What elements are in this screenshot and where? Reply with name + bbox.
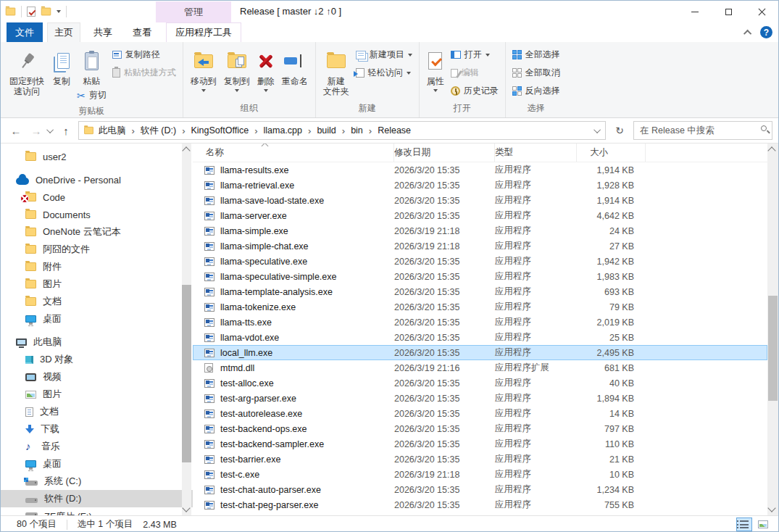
search-input[interactable] [633, 121, 772, 140]
column-header-name[interactable]: 名称 [193, 144, 394, 162]
sidebar-item[interactable]: 文档 [1, 293, 193, 310]
cut-button[interactable]: 剪切 [75, 88, 109, 103]
table-row[interactable]: llama-speculative.exe 2026/3/20 15:35 应用… [193, 254, 767, 269]
select-none-button[interactable]: 全部取消 [510, 65, 562, 80]
breadcrumb-segment[interactable]: KingSoftOffice › [188, 124, 261, 137]
tab-application-tools[interactable]: 应用程序工具 [166, 22, 241, 42]
copy-button[interactable]: 复制 [50, 46, 73, 88]
sidebar-item[interactable]: 阿囧的文件 [1, 241, 193, 258]
edit-button[interactable]: 编辑 [449, 65, 501, 80]
easy-access-button[interactable]: 轻松访问 [354, 65, 415, 80]
sidebar-item[interactable]: 桌面 [1, 310, 193, 328]
properties-check-icon[interactable] [27, 7, 36, 17]
sidebar-item[interactable]: Documents [1, 206, 193, 223]
table-row[interactable]: test-chat-peg-parser.exe 2026/3/20 15:35… [193, 497, 767, 512]
thumbnail-view-button[interactable] [755, 518, 771, 531]
sidebar-item[interactable]: 软件 (D:) [1, 490, 193, 507]
breadcrumb-segment[interactable]: 软件 (D:) › [138, 123, 188, 138]
table-row[interactable]: test-autorelease.exe 2026/3/20 15:35 应用程… [193, 406, 767, 421]
table-row[interactable]: llama-server.exe 2026/3/20 15:35 应用程序 4,… [193, 208, 767, 223]
move-to-button[interactable]: 移动到 [188, 46, 220, 93]
table-row[interactable]: llama-simple-chat.exe 2026/3/19 21:18 应用… [193, 238, 767, 254]
forward-button[interactable]: → [28, 125, 44, 137]
table-row[interactable]: llama-simple.exe 2026/3/19 21:18 应用程序 24… [193, 223, 767, 238]
sidebar-item[interactable]: OneNote 云笔记本 [1, 223, 193, 241]
folder-icon[interactable] [6, 8, 16, 16]
help-icon[interactable] [760, 26, 772, 38]
paste-shortcut-button[interactable]: 粘贴快捷方式 [110, 65, 178, 80]
sidebar-item[interactable]: OneDrive - Personal [1, 171, 193, 188]
sidebar-item[interactable]: 视频 [1, 368, 193, 386]
details-view-button[interactable] [736, 518, 752, 531]
table-row[interactable]: llama-retrieval.exe 2026/3/20 15:35 应用程序… [193, 178, 767, 193]
breadcrumb-segment[interactable]: build › [314, 124, 348, 137]
sidebar-item[interactable]: Code [1, 188, 193, 206]
column-header-size[interactable]: 大小 [577, 144, 646, 162]
back-button[interactable]: ← [8, 125, 24, 137]
new-item-button[interactable]: 新建项目 [354, 47, 415, 62]
table-row[interactable]: test-backend-sampler.exe 2026/3/20 15:35… [193, 436, 767, 452]
refresh-icon[interactable] [610, 122, 629, 139]
sidebar-item[interactable]: 附件 [1, 258, 193, 275]
table-row[interactable]: mtmd.dll 2026/3/19 21:16 应用程序扩展 681 KB [193, 360, 767, 375]
breadcrumb-segment[interactable]: bin › [348, 124, 375, 137]
sidebar-item[interactable]: user2 [1, 148, 193, 165]
table-row[interactable]: local_llm.exe 2026/3/20 15:35 应用程序 2,495… [193, 345, 767, 360]
sidebar-item[interactable]: 此电脑 [1, 333, 193, 351]
sidebar-item[interactable]: 3D 对象 [1, 351, 193, 368]
sidebar-item[interactable]: 文档 [1, 403, 193, 420]
select-all-button[interactable]: 全部选择 [510, 47, 562, 62]
table-row[interactable]: test-backend-ops.exe 2026/3/20 15:35 应用程… [193, 421, 767, 436]
tab-file[interactable]: 文件 [7, 22, 43, 42]
folder-icon[interactable] [41, 8, 51, 16]
collapse-ribbon-icon[interactable] [743, 29, 751, 37]
scroll-up-icon[interactable] [182, 146, 190, 154]
scroll-up-icon[interactable] [767, 146, 775, 154]
new-folder-button[interactable]: 新建 文件夹 [320, 46, 352, 98]
table-row[interactable]: test-c.exe 2026/3/19 21:18 应用程序 10 KB [193, 467, 767, 482]
sidebar-item[interactable]: 桌面 [1, 455, 193, 473]
scrollbar-thumb[interactable] [768, 296, 778, 401]
history-button[interactable]: 历史记录 [449, 83, 501, 99]
table-row[interactable]: test-arg-parser.exe 2026/3/20 15:35 应用程序… [193, 391, 767, 406]
table-row[interactable]: test-barrier.exe 2026/3/20 15:35 应用程序 21… [193, 452, 767, 467]
sidebar-item[interactable]: 系统 (C:) [1, 473, 193, 490]
minimize-button[interactable] [678, 1, 712, 22]
table-row[interactable]: test-alloc.exe 2026/3/20 15:35 应用程序 40 K… [193, 375, 767, 391]
rename-button[interactable]: 重命名 [279, 46, 311, 88]
scroll-down-icon[interactable] [182, 504, 190, 512]
copy-path-button[interactable]: 复制路径 [110, 47, 178, 62]
table-row[interactable]: llama-tokenize.exe 2026/3/20 15:35 应用程序 … [193, 299, 767, 315]
sidebar-item[interactable]: 音乐 [1, 438, 193, 455]
sidebar-item[interactable]: 图片 [1, 275, 193, 293]
list-scrollbar[interactable] [767, 144, 778, 515]
scroll-down-icon[interactable] [767, 504, 775, 512]
address-dropdown-icon[interactable] [593, 126, 601, 133]
table-row[interactable]: llama-template-analysis.exe 2026/3/20 15… [193, 284, 767, 299]
tab-view[interactable]: 查看 [125, 22, 159, 42]
table-row[interactable]: test-chat-auto-parser.exe 2026/3/20 15:3… [193, 482, 767, 497]
sidebar-item[interactable]: 图片 [1, 386, 193, 403]
sidebar-item[interactable]: ZF度片 (F:) [1, 507, 193, 515]
scrollbar-thumb[interactable] [182, 285, 191, 462]
column-header-date-modified[interactable]: 修改日期 [394, 144, 495, 162]
table-row[interactable]: llama-save-load-state.exe 2026/3/20 15:3… [193, 193, 767, 208]
invert-selection-button[interactable]: 反向选择 [510, 83, 562, 99]
column-header-type[interactable]: 类型 [495, 144, 577, 162]
copy-to-button[interactable]: 复制到 [221, 46, 253, 93]
maximize-button[interactable] [712, 1, 745, 22]
paste-button[interactable]: 粘贴 [80, 46, 103, 88]
table-row[interactable]: llama-speculative-simple.exe 2026/3/20 1… [193, 269, 767, 284]
table-row[interactable]: llama-results.exe 2026/3/20 15:35 应用程序 1… [193, 162, 767, 178]
breadcrumb-segment[interactable]: llama.cpp › [261, 124, 314, 137]
tab-home[interactable]: 主页 [47, 22, 80, 42]
breadcrumb[interactable]: 此电脑 › 软件 (D:) › KingSoftOffice › llama.c… [78, 121, 606, 140]
delete-button[interactable]: 删除 [254, 46, 278, 93]
recent-locations-icon[interactable] [46, 126, 54, 133]
sidebar-scrollbar[interactable] [182, 144, 191, 515]
up-button[interactable]: ↑ [58, 125, 74, 137]
qat-dropdown-icon[interactable] [57, 10, 61, 13]
properties-button[interactable]: 属性 [424, 46, 447, 93]
table-row[interactable]: llama-vdot.exe 2026/3/20 15:35 应用程序 25 K… [193, 330, 767, 345]
open-button[interactable]: 打开 [449, 47, 501, 62]
